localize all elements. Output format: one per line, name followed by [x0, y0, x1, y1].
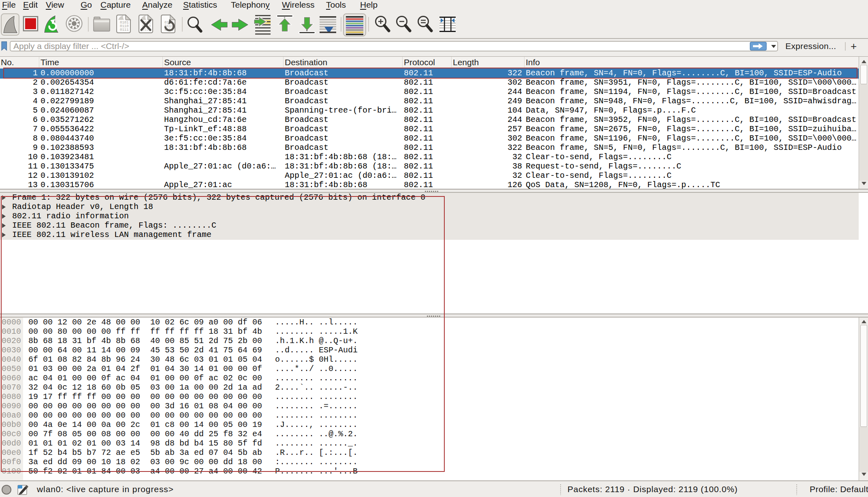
svg-text:0111: 0111 — [120, 28, 129, 32]
